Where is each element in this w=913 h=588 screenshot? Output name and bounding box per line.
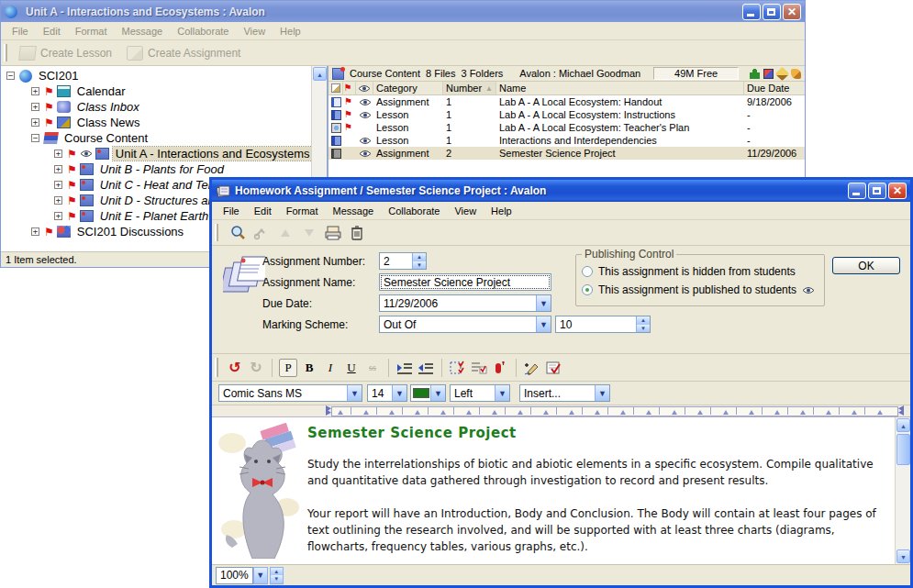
user-status-icon[interactable]: [750, 69, 760, 79]
ruler[interactable]: [212, 405, 910, 417]
menu-message[interactable]: Message: [326, 204, 382, 218]
tree-item-calendar[interactable]: +⚑Calendar: [1, 83, 327, 99]
menu-collaborate[interactable]: Collaborate: [381, 204, 447, 218]
column-name[interactable]: Name: [496, 82, 744, 94]
hidden-from-students-radio[interactable]: This assignment is hidden from students: [582, 262, 818, 281]
collapse-icon[interactable]: −: [31, 134, 39, 142]
create-assignment-button[interactable]: Create Assignment: [119, 44, 248, 62]
zoom-control[interactable]: 100% ▼ ▲▼: [216, 567, 284, 584]
ruler-tab-marker[interactable]: [800, 410, 806, 415]
column-due-date[interactable]: Due Date: [744, 82, 805, 94]
spinner-down-icon[interactable]: ▼: [637, 325, 650, 333]
list-row-lab-a-a-local-ecosystem-instructions[interactable]: ⚑Lesson1Lab A - A Local Ecosystem: Instr…: [328, 108, 805, 121]
scroll-up-icon[interactable]: ▲: [896, 418, 910, 432]
menu-view[interactable]: View: [447, 204, 484, 218]
expand-icon[interactable]: +: [54, 212, 62, 220]
ruler-tab-marker[interactable]: [646, 410, 651, 415]
menu-help[interactable]: Help: [273, 24, 308, 39]
ruler-tab-marker[interactable]: [518, 410, 523, 415]
chevron-down-icon[interactable]: ▼: [595, 385, 609, 401]
expand-icon[interactable]: +: [54, 181, 62, 189]
font-family-select[interactable]: Comic Sans MS ▼: [218, 384, 362, 402]
assignment-window-titlebar[interactable]: Homework Assignment / Semester Science P…: [212, 180, 910, 202]
previous-icon[interactable]: [276, 224, 295, 242]
redo-button[interactable]: ↻: [247, 359, 265, 377]
menu-format[interactable]: Format: [279, 204, 326, 218]
create-lesson-button[interactable]: Create Lesson: [12, 44, 119, 62]
chevron-down-icon[interactable]: ▼: [430, 385, 445, 401]
minimize-button[interactable]: [742, 4, 761, 20]
menu-file[interactable]: File: [5, 24, 36, 39]
expand-icon[interactable]: +: [31, 87, 39, 95]
ruler-tab-marker[interactable]: [569, 410, 574, 415]
editor-scroll-thumb[interactable]: [896, 434, 910, 465]
menu-file[interactable]: File: [216, 204, 247, 218]
underline-button[interactable]: U: [342, 359, 361, 377]
menu-message[interactable]: Message: [115, 24, 171, 39]
chevron-down-icon[interactable]: ▼: [347, 385, 362, 401]
ruler-tab-marker[interactable]: [697, 410, 703, 415]
windows-icon[interactable]: [763, 69, 774, 79]
column-number[interactable]: Number▲: [443, 82, 496, 94]
indent-icon[interactable]: [395, 359, 414, 377]
ruler-tab-marker[interactable]: [415, 410, 420, 415]
paragraph-style-button[interactable]: P: [279, 359, 297, 377]
insert-checklist-icon[interactable]: [470, 359, 488, 377]
list-row-semester-science-project[interactable]: Assignment2Semester Science Project11/29…: [328, 147, 805, 160]
collapse-icon[interactable]: −: [6, 72, 15, 80]
alignment-select[interactable]: Left ▼: [450, 384, 510, 402]
spinner-down-icon[interactable]: ▼: [413, 261, 426, 270]
assignment-number-stepper[interactable]: 2 ▲▼: [379, 252, 427, 270]
italic-button[interactable]: I: [321, 359, 340, 377]
chevron-down-icon[interactable]: ▼: [536, 295, 551, 311]
bold-button[interactable]: B: [300, 359, 318, 377]
edit-pencil-icon[interactable]: [775, 66, 790, 81]
zoom-level[interactable]: 100%: [216, 567, 253, 584]
ruler-tab-marker[interactable]: [826, 410, 831, 415]
print-icon[interactable]: [324, 224, 342, 242]
menu-format[interactable]: Format: [68, 24, 115, 39]
assignment-name-input[interactable]: Semester Science Project: [379, 273, 551, 291]
list-row-lab-a-a-local-ecosystem-teacher-s-plan[interactable]: ⚑Lesson1Lab A - A Local Ecosystem: Teach…: [328, 121, 805, 134]
toolbar-grip[interactable]: [215, 358, 218, 376]
menu-view[interactable]: View: [236, 24, 273, 39]
published-to-students-radio[interactable]: This assignment is published to students: [582, 281, 818, 299]
outdent-icon[interactable]: [417, 359, 435, 377]
ruler-tab-marker[interactable]: [774, 410, 780, 415]
chevron-down-icon[interactable]: ▼: [392, 385, 406, 401]
menu-collaborate[interactable]: Collaborate: [170, 24, 236, 39]
chevron-down-icon[interactable]: ▼: [495, 385, 509, 401]
ruler-tab-marker[interactable]: [466, 410, 472, 415]
expand-icon[interactable]: +: [31, 103, 39, 111]
column-category[interactable]: Category: [373, 82, 443, 94]
editor-canvas[interactable]: Semester Science Project Study the inter…: [212, 417, 910, 564]
strikethrough-button[interactable]: ss: [363, 359, 382, 377]
insert-field-icon[interactable]: [491, 359, 509, 377]
spinner-up-icon[interactable]: ▲: [413, 253, 426, 261]
toolbar-grip[interactable]: [4, 44, 7, 61]
tree-item-sci201[interactable]: −SCI201: [1, 68, 327, 83]
marking-value-stepper[interactable]: 10 ▲▼: [555, 316, 651, 333]
list-row-lab-a-a-local-ecosystem-handout[interactable]: ⚑Assignment1Lab A - A Local Ecosystem: H…: [328, 95, 805, 108]
expand-icon[interactable]: +: [54, 196, 62, 205]
ruler-tab-marker[interactable]: [852, 410, 857, 415]
expand-icon[interactable]: +: [54, 150, 62, 158]
maximize-button[interactable]: [763, 4, 781, 20]
undo-button[interactable]: ↺: [226, 359, 244, 377]
spinner-down-icon[interactable]: ▼: [271, 575, 283, 583]
tree-item-course-content[interactable]: −Course Content: [1, 130, 327, 146]
font-color-select[interactable]: ▼: [410, 384, 446, 402]
ruler-tab-marker[interactable]: [672, 410, 677, 415]
course-window-titlebar[interactable]: Unit A - Interactions and Ecosystems : A…: [1, 1, 805, 22]
insert-checkbox-icon[interactable]: [449, 359, 467, 377]
insert-select[interactable]: Insert... ▼: [519, 384, 610, 402]
ruler-tab-marker[interactable]: [620, 410, 626, 415]
ruler-tab-marker[interactable]: [363, 410, 369, 415]
maximize-button[interactable]: [868, 183, 886, 199]
close-button[interactable]: ✕: [783, 4, 801, 20]
expand-icon[interactable]: +: [31, 227, 39, 236]
menu-edit[interactable]: Edit: [247, 204, 279, 218]
scroll-down-icon[interactable]: ▼: [896, 549, 910, 563]
expand-icon[interactable]: +: [31, 118, 39, 127]
chevron-down-icon[interactable]: ▼: [536, 316, 551, 332]
